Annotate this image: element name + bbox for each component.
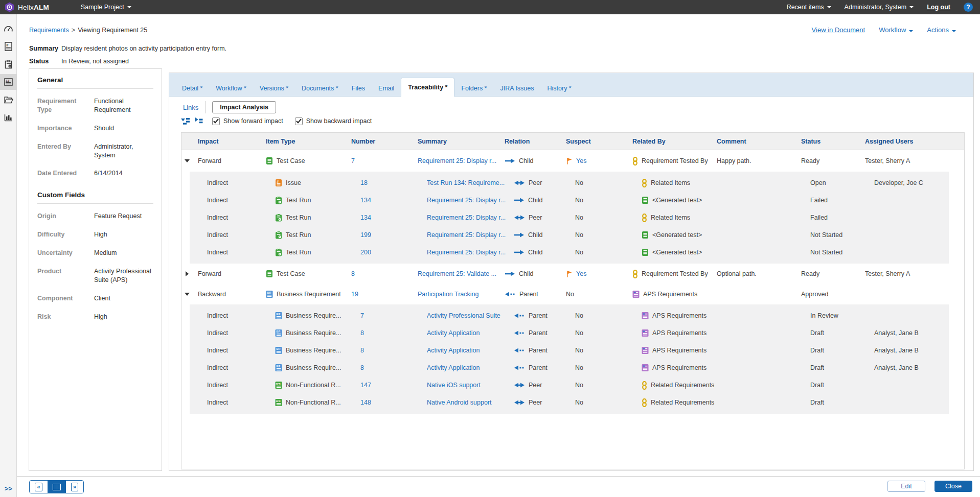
- summary-link[interactable]: Native Android support: [427, 399, 491, 406]
- summary-link[interactable]: Requirement 25: Display r...: [418, 157, 496, 164]
- number-cell: 134: [360, 214, 427, 221]
- summary-link[interactable]: Activity Professional Suite: [427, 312, 500, 319]
- sidebar-item-requirements[interactable]: 1.1: [0, 74, 17, 90]
- summary-link[interactable]: Test Run 134: Requireme...: [427, 179, 505, 186]
- tab-versions[interactable]: Versions *: [253, 81, 295, 96]
- business-requirement-icon: BR: [275, 329, 282, 337]
- expand-all-icon[interactable]: [181, 117, 190, 125]
- tab-history[interactable]: History *: [540, 81, 578, 96]
- sidebar-item-test-runs[interactable]: [0, 56, 17, 72]
- svg-text:BR: BR: [277, 347, 281, 350]
- logout-link[interactable]: Log out: [927, 4, 950, 11]
- table-row[interactable]: ForwardTest Case8Requirement 25: Validat…: [181, 264, 964, 284]
- svg-text:BR: BR: [267, 291, 271, 294]
- table-row[interactable]: BackwardBRBusiness Requirement19Particip…: [181, 284, 964, 304]
- svg-text:BR: BR: [277, 330, 281, 333]
- field-value: 6/14/2014: [94, 169, 123, 178]
- show-forward-impact-checkbox[interactable]: [212, 117, 220, 125]
- related-by-value: Related Items: [651, 214, 690, 221]
- workflow-menu[interactable]: Workflow: [879, 26, 913, 34]
- table-row[interactable]: IndirectBRBusiness Require...8Activity A…: [181, 324, 964, 342]
- user-menu[interactable]: Administrator, System: [845, 4, 914, 11]
- number-link[interactable]: 7: [360, 312, 364, 319]
- table-row[interactable]: IndirectTest Run199Requirement 25: Displ…: [181, 226, 964, 244]
- subtab-impact-analysis[interactable]: Impact Analysis: [212, 101, 276, 113]
- summary-cell: Participation Tracking: [418, 291, 505, 298]
- field-value: Client: [94, 294, 110, 303]
- summary-link[interactable]: Requirement 25: Validate ...: [418, 270, 496, 277]
- table-row[interactable]: IndirectNFRNon-Functional R...147Native …: [181, 376, 964, 394]
- table-row[interactable]: IndirectBRBusiness Require...8Activity A…: [181, 342, 964, 359]
- suspect-value: No: [575, 364, 583, 371]
- table-row[interactable]: IndirectBRBusiness Require...8Activity A…: [181, 359, 964, 376]
- table-row[interactable]: IndirectNFRNon-Functional R...148Native …: [181, 394, 964, 411]
- tab-detail[interactable]: Detail *: [175, 81, 209, 96]
- summary-link[interactable]: Requirement 25: Display r...: [427, 231, 506, 239]
- summary-link[interactable]: Requirement 25: Display r...: [427, 249, 506, 256]
- tab-files[interactable]: Files: [345, 81, 372, 96]
- number-link[interactable]: 134: [360, 197, 371, 204]
- summary-link[interactable]: Requirement 25: Display r...: [427, 214, 506, 221]
- number-link[interactable]: 8: [360, 364, 364, 371]
- summary-link[interactable]: Native iOS support: [427, 382, 481, 389]
- collapse-all-icon[interactable]: [194, 117, 203, 125]
- pane-right-button[interactable]: »: [65, 481, 83, 493]
- collapse-row-icon[interactable]: [185, 293, 190, 296]
- number-link[interactable]: 7: [351, 157, 355, 164]
- table-row[interactable]: IndirectTest Run200Requirement 25: Displ…: [181, 244, 964, 261]
- number-link[interactable]: 19: [351, 291, 358, 298]
- tab-workflow[interactable]: Workflow *: [209, 81, 253, 96]
- close-button[interactable]: Close: [935, 481, 972, 492]
- sidebar-item-issues[interactable]: #: [0, 38, 17, 54]
- sidebar-item-folders[interactable]: [0, 92, 17, 108]
- number-link[interactable]: 199: [360, 231, 371, 239]
- project-selector[interactable]: Sample Project: [81, 4, 131, 11]
- item-type-cell: BRBusiness Require...: [275, 346, 360, 354]
- actions-menu[interactable]: Actions: [927, 26, 956, 34]
- table-row[interactable]: IndirectTest Run134Requirement 25: Displ…: [181, 209, 964, 226]
- tab-email[interactable]: Email: [372, 81, 401, 96]
- relation-value: Parent: [529, 329, 548, 337]
- number-link[interactable]: 148: [360, 399, 371, 406]
- table-row[interactable]: IndirectBRBusiness Require...7Activity P…: [181, 307, 964, 324]
- number-link[interactable]: 147: [360, 382, 371, 389]
- field-value: Administrator, System: [94, 143, 153, 160]
- table-row[interactable]: IndirectTest Run134Requirement 25: Displ…: [181, 192, 964, 209]
- tab-documents[interactable]: Documents *: [295, 81, 345, 96]
- view-in-document-link[interactable]: View in Document: [812, 26, 865, 34]
- number-link[interactable]: 8: [360, 347, 364, 354]
- recent-items-menu[interactable]: Recent items: [787, 4, 831, 11]
- number-link[interactable]: 8: [351, 270, 355, 277]
- pane-split-button[interactable]: [48, 481, 65, 493]
- summary-link[interactable]: Activity Application: [427, 347, 480, 354]
- number-link[interactable]: 18: [360, 179, 368, 186]
- suspect-value[interactable]: Yes: [576, 270, 586, 277]
- table-row[interactable]: Indirect#Issue18Test Run 134: Requireme.…: [181, 174, 964, 192]
- summary-link[interactable]: Activity Application: [427, 329, 480, 337]
- help-icon[interactable]: ?: [964, 3, 973, 12]
- expander-cell: [181, 159, 198, 162]
- tab-folders[interactable]: Folders *: [454, 81, 493, 96]
- edit-button[interactable]: Edit: [887, 481, 925, 492]
- suspect-value[interactable]: Yes: [576, 157, 586, 164]
- related-by-value: Related Requirements: [651, 382, 714, 389]
- number-link[interactable]: 134: [360, 214, 371, 221]
- summary-link[interactable]: Requirement 25: Display r...: [427, 197, 506, 204]
- pane-left-button[interactable]: «: [30, 481, 48, 493]
- expand-row-icon[interactable]: [186, 271, 189, 276]
- number-link[interactable]: 8: [360, 329, 364, 337]
- tab-jira-issues[interactable]: JIRA Issues: [493, 81, 540, 96]
- table-row[interactable]: ForwardTest Case7Requirement 25: Display…: [181, 150, 964, 172]
- number-link[interactable]: 200: [360, 249, 371, 256]
- summary-link[interactable]: Activity Application: [427, 364, 480, 371]
- summary-link[interactable]: Participation Tracking: [418, 291, 479, 298]
- sidebar-item-dashboard[interactable]: [0, 20, 17, 36]
- show-backward-impact-checkbox[interactable]: [295, 117, 303, 125]
- collapse-row-icon[interactable]: [185, 159, 190, 162]
- subtab-links[interactable]: Links: [183, 104, 198, 111]
- expand-sidebar-button[interactable]: >>: [0, 485, 17, 492]
- tab-traceability[interactable]: Traceability *: [401, 78, 454, 97]
- breadcrumb-requirements-link[interactable]: Requirements: [29, 27, 69, 34]
- section-title: General: [37, 76, 153, 89]
- sidebar-item-reports[interactable]: [0, 110, 17, 126]
